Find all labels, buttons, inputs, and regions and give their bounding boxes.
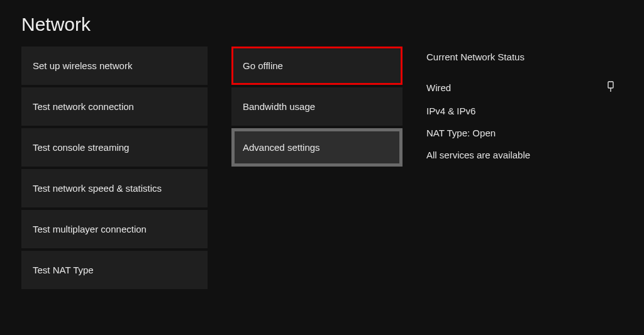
test-multiplayer-button[interactable]: Test multiplayer connection	[21, 210, 208, 248]
status-connection: Wired	[426, 81, 615, 94]
advanced-settings-button[interactable]: Advanced settings	[231, 128, 402, 167]
column-status: Current Network Status Wired IPv4 & IPv6…	[426, 47, 615, 289]
test-nat-button[interactable]: Test NAT Type	[21, 251, 208, 289]
status-connection-label: Wired	[426, 82, 451, 93]
status-panel: Current Network Status Wired IPv4 & IPv6…	[426, 47, 615, 160]
svg-rect-0	[608, 82, 613, 88]
setup-wireless-button[interactable]: Set up wireless network	[21, 47, 208, 85]
column-tests: Set up wireless network Test network con…	[21, 47, 208, 289]
test-streaming-button[interactable]: Test console streaming	[21, 128, 208, 167]
bandwidth-usage-button[interactable]: Bandwidth usage	[231, 87, 402, 126]
go-offline-button[interactable]: Go offline	[231, 47, 402, 85]
status-ip: IPv4 & IPv6	[426, 106, 615, 116]
test-connection-button[interactable]: Test network connection	[21, 87, 208, 126]
page-title: Network	[0, 0, 644, 47]
content-grid: Set up wireless network Test network con…	[0, 47, 644, 289]
status-heading: Current Network Status	[426, 52, 615, 62]
test-speed-button[interactable]: Test network speed & statistics	[21, 169, 208, 207]
column-settings: Go offline Bandwidth usage Advanced sett…	[231, 47, 402, 289]
status-services: All services are available	[426, 150, 615, 160]
wired-icon	[606, 81, 615, 94]
status-nat: NAT Type: Open	[426, 128, 615, 138]
